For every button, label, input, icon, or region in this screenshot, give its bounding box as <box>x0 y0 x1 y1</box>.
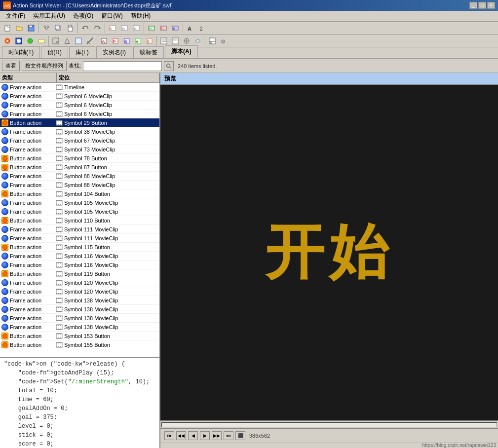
list-item[interactable]: Frame action Symbol 120 MovieClip <box>0 278 159 287</box>
list-item[interactable]: Frame action Symbol 116 MovieClip <box>0 261 159 269</box>
tb-copy[interactable] <box>53 23 64 34</box>
tab-frame[interactable]: 侦(R) <box>41 46 68 58</box>
list-item[interactable]: Frame action Symbol 88 MovieClip <box>0 172 159 181</box>
list-item[interactable]: Frame action Timeline <box>0 83 159 92</box>
main-area: 类型 定位 Frame action TimelineFrame action … <box>0 73 498 448</box>
tb2-9[interactable]: W <box>99 36 110 46</box>
list-item[interactable]: Frame action Symbol 138 MovieClip <box>0 305 159 314</box>
search-button[interactable] <box>164 61 174 71</box>
list-item[interactable]: Button action Symbol 155 Button <box>0 340 159 349</box>
tb2-4[interactable] <box>36 36 47 46</box>
tb-undo[interactable] <box>80 23 91 34</box>
ctrl-prev[interactable]: ◀ <box>188 431 198 440</box>
tb-h1[interactable]: A <box>185 23 196 34</box>
ctrl-first[interactable]: ⏮ <box>164 431 174 440</box>
code-line: stick = 0; <box>4 431 155 440</box>
tb2-16[interactable] <box>181 36 192 46</box>
list-item[interactable]: Button action Symbol 119 Button <box>0 269 159 278</box>
maximize-button[interactable]: □ <box>478 2 486 9</box>
tab-script[interactable]: 脚本(A) <box>165 45 198 58</box>
view-button[interactable]: 查看 <box>2 61 20 71</box>
list-item[interactable]: Button action Symbol 78 Button <box>0 154 159 163</box>
tb2-7[interactable] <box>73 36 84 46</box>
tab-library[interactable]: 库(L) <box>69 46 95 58</box>
tb2-1[interactable] <box>2 36 13 46</box>
menu-tools[interactable]: 实用工具(U) <box>29 11 69 21</box>
ctrl-prev-prev[interactable]: ◀◀ <box>176 431 186 440</box>
list-item[interactable]: Frame action Symbol 38 MovieClip <box>0 127 159 136</box>
list-item[interactable]: Frame action Symbol 111 MovieClip <box>0 234 159 243</box>
tb2-14[interactable] <box>158 36 169 46</box>
svg-rect-81 <box>57 94 58 95</box>
tb-settings3[interactable]: B <box>170 23 181 34</box>
tb2-13[interactable]: 2 <box>144 36 155 46</box>
tb2-5[interactable] <box>50 36 61 46</box>
list-item[interactable]: Frame action Symbol 116 MovieClip <box>0 252 159 261</box>
tb2-10[interactable]: P <box>110 36 121 46</box>
tb-redo[interactable] <box>92 23 103 34</box>
tb2-8[interactable] <box>84 36 95 46</box>
list-item[interactable]: Frame action Symbol 105 MovieClip <box>0 207 159 216</box>
svg-rect-104 <box>61 115 62 116</box>
tb-b2[interactable]: B <box>131 23 142 34</box>
list-item[interactable]: Button action Symbol 110 Button <box>0 216 159 225</box>
ctrl-stop[interactable]: ⬛ <box>235 431 245 440</box>
list-item[interactable]: Button action Symbol 115 Button <box>0 243 159 252</box>
list-item[interactable]: Frame action Symbol 138 MovieClip <box>0 314 159 323</box>
button-icon <box>1 243 9 251</box>
tb-h2[interactable]: 2 <box>197 23 208 34</box>
menu-help[interactable]: 帮助(H) <box>127 11 155 21</box>
menu-window[interactable]: 窗口(W) <box>97 11 126 21</box>
preview-content: 开始 <box>265 213 393 293</box>
list-item[interactable]: Frame action Symbol 6 MovieClip <box>0 110 159 118</box>
list-item[interactable]: Frame action Symbol 111 MovieClip <box>0 225 159 234</box>
tab-timeline[interactable]: 时间轴(T) <box>2 46 40 58</box>
search-input[interactable] <box>83 61 162 71</box>
tb-open[interactable] <box>14 23 25 34</box>
tb-paste[interactable] <box>65 23 76 34</box>
tb-new[interactable] <box>2 23 13 34</box>
list-item[interactable]: Frame action Symbol 138 MovieClip <box>0 323 159 332</box>
tb2-6[interactable] <box>62 36 73 46</box>
ctrl-last[interactable]: ⏭ <box>224 431 233 440</box>
tb2-17[interactable] <box>192 36 203 46</box>
frame-icon <box>1 199 9 207</box>
list-item[interactable]: Frame action Symbol 105 MovieClip <box>0 198 159 207</box>
list-item[interactable]: Frame action Symbol 120 MovieClip <box>0 287 159 296</box>
tab-instance[interactable]: 实例名(I) <box>96 46 132 58</box>
tb2-11[interactable]: B <box>121 36 132 46</box>
list-item[interactable]: Frame action Symbol 88 MovieClip <box>0 181 159 189</box>
tb2-3[interactable] <box>25 36 36 46</box>
tb-settings1[interactable]: P <box>146 23 157 34</box>
tb-cut[interactable] <box>41 23 52 34</box>
tb2-15[interactable] <box>170 36 181 46</box>
svg-rect-55 <box>161 38 167 44</box>
tab-framelabel[interactable]: 帧标签 <box>133 46 164 58</box>
tb-export[interactable]: E <box>107 23 118 34</box>
menu-options[interactable]: 选项(O) <box>69 11 97 21</box>
list-item[interactable]: Frame action Symbol 6 MovieClip <box>0 92 159 101</box>
list-item[interactable]: Button action Symbol 153 Button <box>0 332 159 340</box>
list-item[interactable]: Frame action Symbol 67 MovieClip <box>0 136 159 145</box>
menu-file[interactable]: 文件(F) <box>2 11 29 21</box>
tb2-19[interactable]: ⚙ <box>218 36 229 46</box>
list-item[interactable]: Button action Symbol 104 Button <box>0 189 159 198</box>
tb-settings2[interactable]: P <box>158 23 169 34</box>
list-item[interactable]: Button action Symbol 29 Button <box>0 118 159 127</box>
ctrl-next-next[interactable]: ▶▶ <box>212 431 222 440</box>
svg-rect-155 <box>61 165 62 166</box>
list-item[interactable]: Frame action Symbol 73 MovieClip <box>0 145 159 154</box>
tb2-18[interactable] <box>207 36 218 46</box>
tb2-2[interactable] <box>13 36 24 46</box>
sort-button[interactable]: 按文件顺序排列 <box>22 61 67 71</box>
ctrl-next[interactable]: ▶ <box>200 431 210 440</box>
close-button[interactable]: × <box>487 2 495 9</box>
list-item[interactable]: Frame action Symbol 138 MovieClip <box>0 296 159 305</box>
minimize-button[interactable]: _ <box>469 2 477 9</box>
tb2-12[interactable]: A <box>133 36 144 46</box>
list-item[interactable]: Button action Symbol 87 Button <box>0 163 159 172</box>
tb-save[interactable] <box>26 23 37 34</box>
list-item[interactable]: Frame action Symbol 6 MovieClip <box>0 101 159 110</box>
tb-b1[interactable]: B <box>119 23 130 34</box>
scrollbar-track[interactable] <box>161 422 497 427</box>
